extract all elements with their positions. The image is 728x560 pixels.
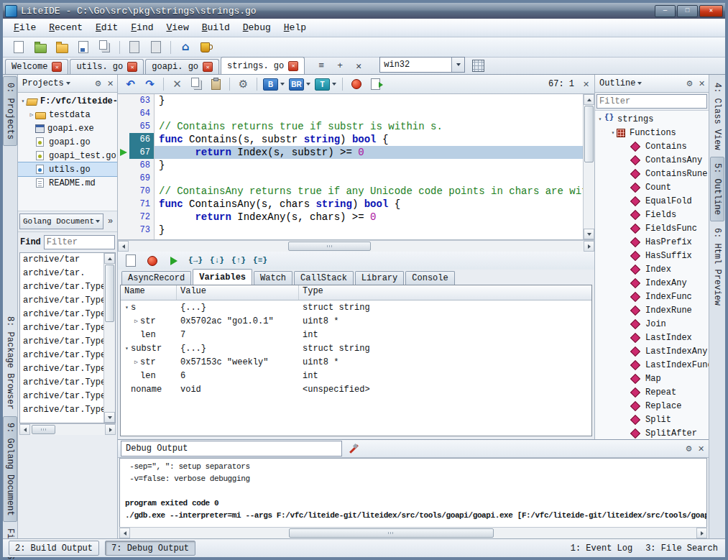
side-tab-6-html-preview[interactable]: 6: Html Preview (710, 221, 724, 312)
scroll-left-icon[interactable] (19, 424, 30, 435)
menu-edit[interactable]: Edit (89, 21, 124, 35)
tree-item-testdata[interactable]: ▷testdata (18, 108, 117, 121)
tree-item-hasprefix[interactable]: HasPrefix (595, 235, 709, 249)
test-menu-button[interactable]: T (313, 77, 338, 91)
line-number[interactable]: 71 (129, 198, 154, 211)
line-number[interactable]: 65 (129, 120, 154, 133)
variable-row[interactable]: len6int (121, 369, 591, 382)
output-hscrollbar[interactable] (119, 527, 707, 538)
save-file-button[interactable] (73, 40, 93, 55)
outline-filter-input[interactable] (596, 94, 707, 109)
tree-item-functions[interactable]: ▾Functions (595, 126, 709, 139)
expander-icon[interactable]: ▾ (609, 129, 617, 136)
scroll-down-icon[interactable] (104, 412, 115, 423)
variable-row[interactable]: nonamevoid<unspecified> (121, 382, 591, 396)
continue-button[interactable] (165, 253, 183, 268)
projects-close-icon[interactable]: ✕ (106, 79, 115, 88)
scroll-thumb[interactable] (289, 528, 494, 538)
tab-goapi-go[interactable]: goapi. go✕ (145, 59, 219, 74)
liteide-options-button[interactable] (197, 40, 217, 55)
variable-row[interactable]: ▾s{...}struct string (121, 300, 591, 314)
margin-cell[interactable] (118, 211, 129, 224)
code-line[interactable]: // Contains returns true if substr is wi… (159, 120, 583, 133)
side-tab-5-outline[interactable]: 5: Outline (710, 157, 724, 221)
column-header-name[interactable]: Name (121, 285, 177, 300)
menu-recent[interactable]: Recent (42, 21, 89, 35)
variable-row[interactable]: ▾substr{...}struct string (121, 341, 591, 355)
variable-row[interactable]: len7int (121, 328, 591, 341)
tree-item-indexrune[interactable]: IndexRune (595, 303, 709, 317)
output-selector-combo[interactable]: Debug Output (121, 441, 342, 456)
save-all-button[interactable] (95, 40, 115, 55)
line-number[interactable]: 67 (129, 146, 154, 159)
doc-item-archive-tar-typereg[interactable]: archive/tar.TypeReg (20, 362, 103, 376)
editor-vscrollbar[interactable] (583, 94, 594, 239)
start-debug-button[interactable] (143, 253, 162, 268)
target-combo[interactable]: win32 (379, 57, 465, 73)
tree-item-fields[interactable]: Fields (595, 208, 709, 221)
scroll-up-icon[interactable] (584, 94, 594, 105)
tree-item-indexfunc[interactable]: IndexFunc (595, 290, 709, 303)
step-out-button[interactable]: {↑} (229, 253, 248, 268)
doc-item-archive-tar-typexglobalheader[interactable]: archive/tar.TypeXGlobalHeader (20, 403, 103, 417)
editor-hscrollbar[interactable] (118, 240, 594, 252)
split-editor-button[interactable]: + (332, 59, 348, 73)
tab-close-icon[interactable]: ✕ (203, 62, 213, 72)
doc-item-archive-tar-typerega[interactable]: archive/tar.TypeRegA (20, 376, 103, 390)
output-gear-icon[interactable]: ⚙ (684, 444, 694, 454)
output-close-icon[interactable]: ✕ (696, 444, 706, 454)
line-number[interactable]: 66 (129, 133, 154, 146)
tree-item-lastindexfunc[interactable]: LastIndexFunc (595, 358, 709, 372)
menu-build[interactable]: Build (195, 21, 236, 35)
scroll-thumb[interactable] (32, 425, 55, 434)
tab-close-icon[interactable]: ✕ (288, 61, 298, 71)
debug-tab-variables[interactable]: Variables (193, 269, 252, 285)
tree-item-contains[interactable]: Contains (595, 139, 709, 153)
tree-item-goapi-test-go[interactable]: goapi_test.go (18, 149, 117, 162)
scroll-up-icon[interactable] (104, 253, 115, 264)
variable-row[interactable]: ▷str0x57153c "weekly"uint8 * (121, 355, 591, 369)
tree-item-splitafter[interactable]: SplitAfter (595, 426, 709, 439)
show-debug-log-button[interactable] (121, 253, 140, 268)
close-file-button[interactable] (146, 40, 166, 55)
tree-item-map[interactable]: Map (595, 372, 709, 385)
expander-icon[interactable]: ▷ (28, 111, 35, 118)
start-debug-button[interactable] (347, 77, 365, 91)
open-file-button[interactable] (30, 40, 50, 55)
scroll-right-icon[interactable] (584, 241, 594, 252)
build-config-icon[interactable] (472, 60, 484, 72)
side-tab-4-class-view[interactable]: 4: Class View (710, 76, 724, 157)
menu-view[interactable]: View (160, 21, 195, 35)
redo-button[interactable]: ↷ (141, 77, 159, 91)
editor-list-button[interactable]: ≡ (313, 59, 329, 73)
tree-item-goapi-go[interactable]: goapi.go (18, 135, 117, 149)
statusbar-1-event-log[interactable]: 1: Event Log (571, 543, 632, 554)
clear-output-icon[interactable] (348, 444, 358, 454)
tree-item-f-vfc-liteide-git[interactable]: ▾F:/vfc/liteide-git (18, 94, 117, 108)
scroll-down-icon[interactable] (584, 229, 594, 239)
tree-item-count[interactable]: Count (595, 180, 709, 194)
doc-item-archive-tar-typecont[interactable]: archive/tar.TypeCont (20, 308, 103, 321)
doc-list-vscrollbar[interactable] (103, 253, 115, 423)
margin-cell[interactable] (118, 172, 129, 185)
margin-cell[interactable] (118, 94, 129, 107)
debug-tab-library[interactable]: Library (355, 271, 404, 285)
side-tab-8-package-browser[interactable]: 8: Package Browser (3, 310, 17, 416)
code-line[interactable]: return IndexAny(s, chars) >= 0 (159, 211, 583, 224)
column-header-type[interactable]: Type (299, 285, 591, 300)
copy-button[interactable] (188, 77, 206, 91)
tab-strings-go[interactable]: strings. go✕ (221, 57, 305, 74)
doc-list-hscrollbar[interactable] (19, 423, 116, 435)
doc-item-archive-tar-typedir[interactable]: archive/tar.TypeDir (20, 321, 103, 335)
doc-item-archive-tar-typefifo[interactable]: archive/tar.TypeFifo (20, 335, 103, 349)
tree-item-repeat[interactable]: Repeat (595, 385, 709, 399)
scroll-left-icon[interactable] (118, 241, 129, 252)
close-button[interactable]: ✕ (699, 5, 723, 17)
line-number[interactable]: 73 (129, 224, 154, 237)
debug-output-text[interactable]: -sep=", ": setup separators -v=false: ve… (119, 458, 707, 527)
menu-help[interactable]: Help (277, 21, 313, 35)
side-tab-0-projects[interactable]: 0: Projects (3, 76, 17, 146)
menu-file[interactable]: File (7, 21, 42, 35)
code-line[interactable]: // ContainsAny returns true if any Unico… (159, 185, 583, 198)
code-line[interactable]: } (159, 224, 583, 237)
